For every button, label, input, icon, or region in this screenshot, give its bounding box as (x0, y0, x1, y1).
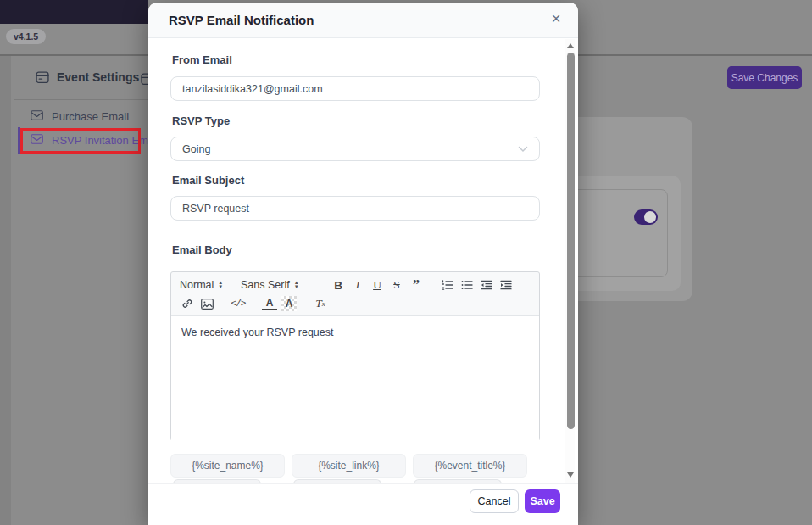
outdent-icon[interactable] (479, 277, 494, 293)
email-body-label: Email Body (172, 243, 232, 256)
chevron-down-icon (518, 143, 528, 155)
italic-button[interactable]: I (350, 277, 365, 293)
clear-formatting-icon[interactable]: Tx (313, 296, 328, 311)
scroll-up-arrow-icon[interactable] (567, 43, 574, 48)
admin-side-strip (0, 56, 11, 525)
admin-top-bar (0, 0, 148, 24)
scrollbar-thumb[interactable] (567, 53, 575, 429)
text-color-icon[interactable]: A (262, 298, 277, 310)
email-subject-label: Email Subject (172, 174, 244, 187)
blockquote-button[interactable]: ” (409, 277, 424, 293)
modal-header: RSVP Email Notification × (148, 3, 578, 38)
link-icon[interactable] (180, 296, 195, 311)
sidebar-item-purchase-email[interactable]: Purchase Email (31, 110, 129, 123)
rich-text-editor: Normal ▲▼ Sans Serif ▲▼ B I U S ” (170, 271, 540, 441)
chip-event-title[interactable]: {%event_title%} (413, 454, 527, 478)
email-subject-input[interactable] (170, 196, 540, 221)
picker-arrows-icon: ▲▼ (218, 281, 223, 289)
envelope-icon (31, 110, 43, 123)
placeholder-chips: {%site_name%} {%site_link%} {%event_titl… (170, 454, 527, 478)
rsvp-email-notification-modal: RSVP Email Notification × From Email RSV… (148, 3, 578, 525)
email-body-editor-area[interactable]: We received your RSVP request (171, 316, 539, 444)
modal-title: RSVP Email Notification (169, 13, 314, 27)
close-icon[interactable]: × (546, 8, 566, 29)
red-highlight-annotation (20, 128, 141, 154)
image-icon[interactable] (199, 296, 214, 311)
background-color-icon[interactable]: A (281, 296, 297, 311)
chip-site-name[interactable]: {%site_name%} (170, 454, 285, 478)
ordered-list-icon[interactable] (440, 277, 455, 293)
modal-scrollbar[interactable] (565, 39, 575, 483)
save-changes-button[interactable]: Save Changes (727, 66, 802, 89)
from-email-label: From Email (172, 53, 232, 66)
paragraph-format-picker[interactable]: Normal ▲▼ (180, 279, 241, 291)
sidebar-divider (14, 99, 148, 100)
toggle-switch-on[interactable] (634, 209, 658, 225)
event-settings-icon (36, 70, 49, 84)
bullet-list-icon[interactable] (459, 277, 475, 293)
bold-button[interactable]: B (331, 277, 346, 293)
version-badge: v4.1.5 (6, 29, 46, 44)
modal-footer: Cancel Save (148, 483, 578, 525)
tab-event-settings-label: Event Settings (57, 70, 139, 84)
picker-arrows-icon: ▲▼ (294, 281, 299, 289)
editor-toolbar: Normal ▲▼ Sans Serif ▲▼ B I U S ” (171, 272, 539, 316)
toggle-knob (644, 211, 656, 223)
partial-next-tab-icon (141, 72, 148, 86)
from-email-input[interactable] (170, 76, 540, 101)
indent-icon[interactable] (498, 277, 514, 293)
rsvp-type-select[interactable]: Going (170, 137, 540, 161)
code-icon[interactable]: </> (231, 296, 246, 311)
underline-button[interactable]: U (370, 277, 385, 293)
sidebar-item-label: Purchase Email (52, 110, 129, 123)
rsvp-type-label: RSVP Type (172, 114, 230, 127)
strikethrough-button[interactable]: S (389, 277, 404, 293)
save-button[interactable]: Save (525, 489, 560, 513)
scroll-down-arrow-icon[interactable] (567, 472, 574, 478)
chip-site-link[interactable]: {%site_link%} (292, 454, 406, 478)
tab-event-settings[interactable]: Event Settings (36, 70, 139, 84)
cancel-button[interactable]: Cancel (470, 489, 519, 513)
font-picker[interactable]: Sans Serif ▲▼ (241, 279, 319, 291)
rsvp-type-value: Going (182, 143, 210, 155)
